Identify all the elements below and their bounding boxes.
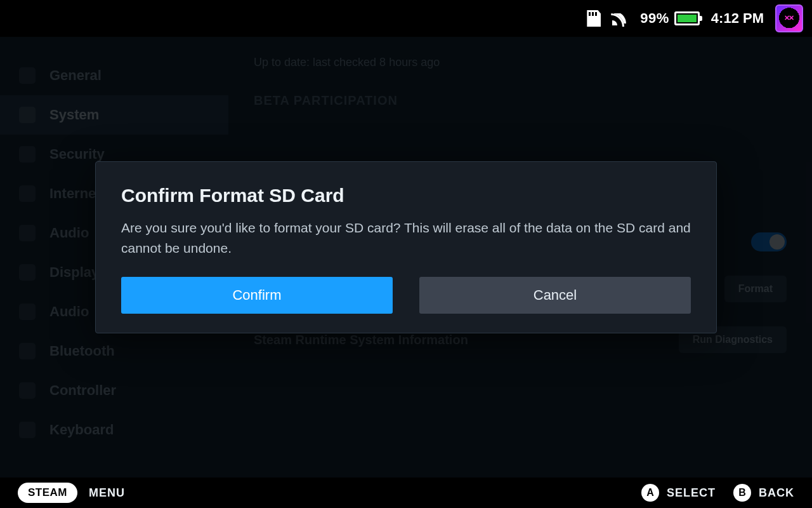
dialog-body: Are you sure you'd like to format your S… xyxy=(121,218,691,258)
confirm-format-dialog: Confirm Format SD Card Are you sure you'… xyxy=(95,161,717,333)
footer-bar: STEAM MENU A SELECT B BACK xyxy=(0,478,812,508)
dialog-title: Confirm Format SD Card xyxy=(121,185,691,206)
b-glyph-icon: B xyxy=(733,484,751,502)
modal-layer: Confirm Format SD Card Are you sure you'… xyxy=(0,37,812,478)
hint-back: B BACK xyxy=(733,484,794,502)
clock: 4:12 PM xyxy=(711,10,764,27)
cast-icon xyxy=(612,11,629,25)
hint-select: A SELECT xyxy=(641,484,716,502)
confirm-button[interactable]: Confirm xyxy=(121,277,393,314)
steam-button[interactable]: STEAM xyxy=(18,483,77,503)
battery-status: 99% xyxy=(640,10,700,27)
sd-card-icon xyxy=(587,10,601,27)
footer-right: A SELECT B BACK xyxy=(641,484,794,502)
battery-percent: 99% xyxy=(640,10,669,27)
status-bar: 99% 4:12 PM xyxy=(0,0,812,37)
cancel-button[interactable]: Cancel xyxy=(419,277,691,314)
dialog-buttons: Confirm Cancel xyxy=(121,277,691,314)
avatar[interactable] xyxy=(775,4,803,32)
a-glyph-icon: A xyxy=(641,484,659,502)
battery-icon xyxy=(674,11,700,25)
menu-label: MENU xyxy=(89,486,125,500)
back-label: BACK xyxy=(759,486,794,500)
select-label: SELECT xyxy=(667,486,716,500)
footer-left: STEAM MENU xyxy=(18,483,125,503)
